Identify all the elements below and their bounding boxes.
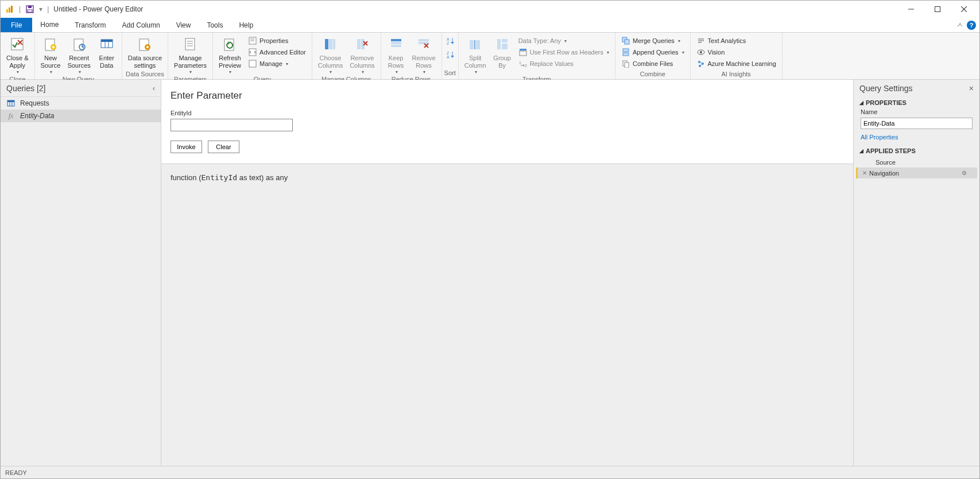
svg-rect-38 xyxy=(249,60,256,67)
svg-rect-2 xyxy=(11,6,13,13)
query-name-input[interactable] xyxy=(861,118,973,129)
tab-view[interactable]: View xyxy=(168,18,199,32)
maximize-button[interactable] xyxy=(924,1,951,18)
svg-text:A: A xyxy=(447,37,450,41)
query-item-entity-data[interactable]: fx Entity-Data xyxy=(1,110,161,122)
svg-rect-47 xyxy=(391,42,401,44)
queries-header[interactable]: Queries [2] ‹ xyxy=(1,80,161,97)
svg-rect-49 xyxy=(419,39,429,41)
applied-steps-header[interactable]: ◢APPLIED STEPS xyxy=(854,145,979,157)
close-window-button[interactable] xyxy=(951,1,977,18)
separator: | xyxy=(47,5,49,13)
collapse-queries-icon[interactable]: ‹ xyxy=(153,84,155,92)
clear-button[interactable]: Clear xyxy=(208,141,239,153)
svg-text:A: A xyxy=(447,55,450,59)
preview-pane: Enter Parameter EntityId Invoke Clear fu… xyxy=(161,80,853,466)
save-icon[interactable] xyxy=(25,5,34,14)
svg-rect-0 xyxy=(6,9,8,13)
svg-rect-28 xyxy=(185,38,195,50)
svg-rect-62 xyxy=(476,40,480,49)
azure-ml-button[interactable]: Azure Machine Learning xyxy=(693,58,780,69)
svg-rect-4 xyxy=(28,6,32,8)
first-row-headers-button[interactable]: Use First Row as Headers▾ xyxy=(515,46,613,58)
svg-rect-67 xyxy=(520,49,526,50)
query-item-requests[interactable]: Requests xyxy=(1,97,161,110)
combine-files-button[interactable]: Combine Files xyxy=(618,58,688,69)
tab-tools[interactable]: Tools xyxy=(199,18,231,32)
separator: ▾ xyxy=(39,5,42,13)
choose-columns-button[interactable]: Choose Columns▾ xyxy=(315,34,346,76)
gear-icon: ✕ xyxy=(862,170,867,176)
svg-rect-41 xyxy=(333,39,335,49)
svg-point-27 xyxy=(146,46,149,48)
table-icon xyxy=(6,99,16,108)
entityid-label: EntityId xyxy=(171,110,844,116)
step-settings-icon[interactable]: ⚙ xyxy=(962,170,967,176)
data-source-settings-button[interactable]: Data source settings xyxy=(125,34,165,71)
svg-rect-40 xyxy=(329,39,332,49)
all-properties-link[interactable]: All Properties xyxy=(861,134,973,141)
svg-text:Z: Z xyxy=(447,41,450,45)
tab-addcolumn[interactable]: Add Column xyxy=(114,18,168,32)
append-queries-button[interactable]: Append Queries▾ xyxy=(618,46,688,58)
enter-data-button[interactable]: Enter Data xyxy=(94,34,119,71)
text-analytics-button[interactable]: Text Analytics xyxy=(693,35,780,46)
powerbi-icon xyxy=(5,5,14,14)
sort-asc-button[interactable]: AZ xyxy=(444,34,456,48)
remove-rows-button[interactable]: Remove Rows▾ xyxy=(409,34,439,76)
title-bar: | ▾ | Untitled - Power Query Editor xyxy=(1,1,979,18)
svg-rect-75 xyxy=(623,53,629,56)
main-area: Queries [2] ‹ Requests fx Entity-Data En… xyxy=(1,80,979,466)
svg-rect-61 xyxy=(470,40,474,49)
help-icon[interactable]: ? xyxy=(967,21,976,30)
close-apply-button[interactable]: Close & Apply ▾ xyxy=(3,34,32,76)
tab-transform[interactable]: Transform xyxy=(67,18,114,32)
invoke-button[interactable]: Invoke xyxy=(171,141,202,153)
collapse-ribbon-icon[interactable]: ㅅ xyxy=(956,20,963,30)
new-source-button[interactable]: New Source▾ xyxy=(37,34,64,76)
remove-columns-button[interactable]: Remove Columns▾ xyxy=(346,34,378,76)
svg-rect-77 xyxy=(625,63,629,68)
svg-rect-39 xyxy=(325,39,328,49)
name-label: Name xyxy=(861,108,973,115)
svg-rect-64 xyxy=(497,39,501,49)
sort-desc-button[interactable]: ZA xyxy=(444,48,456,61)
advanced-editor-button[interactable]: Advanced Editor xyxy=(245,46,309,58)
entityid-input[interactable] xyxy=(171,119,293,131)
tab-file[interactable]: File xyxy=(1,18,32,32)
refresh-preview-button[interactable]: Refresh Preview▾ xyxy=(215,34,245,76)
query-settings-pane: Query Settings × ◢PROPERTIES Name All Pr… xyxy=(853,80,979,466)
merge-queries-button[interactable]: Merge Queries▾ xyxy=(618,35,688,46)
svg-rect-74 xyxy=(623,49,629,52)
manage-parameters-button[interactable]: Manage Parameters▾ xyxy=(171,34,210,76)
svg-point-82 xyxy=(700,51,702,53)
ribbon: Close & Apply ▾ Close New Source▾ Recent… xyxy=(1,33,979,80)
svg-text:Z: Z xyxy=(447,51,450,55)
status-text: READY xyxy=(5,469,27,476)
vision-button[interactable]: Vision xyxy=(693,46,780,58)
svg-marker-56 xyxy=(451,42,454,44)
svg-rect-37 xyxy=(249,49,256,56)
tab-help[interactable]: Help xyxy=(231,18,261,32)
keep-rows-button[interactable]: Keep Rows▾ xyxy=(384,34,409,76)
recent-sources-button[interactable]: Recent Sources▾ xyxy=(64,34,94,76)
minimize-button[interactable] xyxy=(898,1,924,18)
close-settings-icon[interactable]: × xyxy=(969,84,974,93)
data-type-button[interactable]: Data Type: Any▾ xyxy=(515,35,613,46)
svg-rect-68 xyxy=(520,51,526,56)
svg-rect-7 xyxy=(935,7,940,12)
replace-values-button[interactable]: 12Replace Values xyxy=(515,58,613,69)
queries-pane: Queries [2] ‹ Requests fx Entity-Data xyxy=(1,80,161,466)
properties-section-header[interactable]: ◢PROPERTIES xyxy=(854,97,979,108)
group-by-button[interactable]: Group By xyxy=(490,34,515,71)
tab-home[interactable]: Home xyxy=(32,18,67,32)
svg-text:2: 2 xyxy=(525,64,527,68)
step-source[interactable]: Source xyxy=(856,157,977,168)
status-bar: READY xyxy=(1,466,979,478)
properties-button[interactable]: Properties xyxy=(245,35,309,46)
step-navigation[interactable]: ✕Navigation⚙ xyxy=(856,168,977,178)
split-column-button[interactable]: Split Column▾ xyxy=(461,34,490,76)
enter-parameter-panel: Enter Parameter EntityId Invoke Clear xyxy=(161,80,853,164)
svg-marker-60 xyxy=(451,56,454,58)
manage-query-button[interactable]: Manage▾ xyxy=(245,58,309,69)
